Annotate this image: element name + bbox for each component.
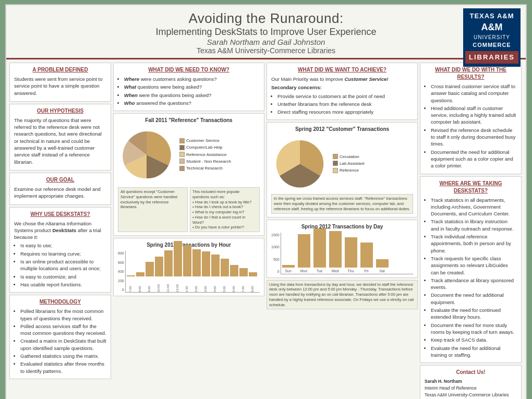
logo-am: A&M (465, 21, 518, 34)
spring2012-pie-section: Spring 2012 "Customer" Transactions Circ… (267, 122, 418, 217)
bar-item: 9:00 (146, 262, 154, 292)
methodology-item: Gathered statistics using the matrix. (20, 353, 106, 359)
bar-item: 3:00 (202, 251, 210, 292)
problem-text: Students were sent from service point to… (14, 76, 106, 96)
legend-color (333, 161, 338, 166)
spring2012-day-section: Spring 2012 Transactions by Day 1500 100… (267, 220, 418, 278)
hypothesis-text: The majority of questions that were refe… (14, 117, 106, 165)
contact-section: Contact Us! Sarah H. Northam Interim Hea… (420, 365, 522, 399)
results-item: Revised the reference desk schedule to s… (431, 127, 517, 148)
legend-item: Customer Service (179, 138, 231, 143)
contact-person1-name: Sarah H. Northam (425, 378, 517, 385)
methodology-item: Evaluated statistics after three months … (20, 360, 106, 374)
spring2012-day-chart: 1500 1000 500 0 Sun Mon Tue Wed Thu Fri … (271, 233, 413, 274)
legend-item: Technical Research (179, 165, 231, 171)
subtitle: Implementing DeskStats to Improve User E… (11, 27, 521, 38)
legend-color (179, 166, 185, 171)
bar (313, 228, 326, 268)
results-title: WHAT DID WE DO WITH THE RESULTS? (425, 66, 517, 81)
fall2011-legend: Customer Service Computer/Lab Help Refer… (179, 138, 231, 172)
where-taking-item: Document the need for additional equipme… (431, 292, 517, 306)
legend-label: Reference (340, 167, 359, 173)
fall2011-title: Fall 2011 "Reference" Transactions (118, 117, 260, 124)
fall2011-annotation-left: All questions except "Customer Service" … (118, 187, 188, 232)
legend-color (333, 154, 338, 159)
bar (221, 259, 229, 276)
what-know-item: When were the questions being asked? (124, 92, 260, 99)
logo-university: UNIVERSITY (465, 34, 518, 41)
fall2011-pie-chart (118, 126, 175, 184)
spring2012-annotation: In the spring we cross trained access se… (271, 194, 413, 213)
why-item: Is easy to use; (20, 242, 106, 249)
secondary-item: Untether librarians from the reference d… (277, 101, 413, 107)
where-taking-section: WHERE ARE WE TAKING DESKSTATS? Track sta… (420, 176, 522, 364)
methodology-title: METHODOLOGY (14, 298, 106, 306)
goal-title: OUR GOAL (14, 176, 106, 184)
results-list: Cross trained customer service staff to … (425, 83, 517, 170)
what-achieve-section: WHAT DID WE WANT TO ACHIEVE? Our Main Pr… (267, 63, 418, 120)
bar (345, 237, 357, 268)
y-axis-day: 1500 1000 500 0 (271, 233, 281, 274)
legend-label: Computer/Lab Help (186, 144, 222, 150)
contact-person1-title: Interim Head of Reference (425, 385, 517, 392)
contact-title: Contact Us! (425, 368, 517, 376)
where-taking-item: Track statistics in library instruction … (431, 218, 517, 232)
where-taking-item: Track requests for specific class assign… (431, 255, 517, 276)
bar-item: 4:00 (211, 255, 220, 292)
hypothesis-section: OUR HYPOTHESIS The majority of questions… (9, 104, 111, 171)
what-know-item: What questions were being asked? (124, 83, 260, 90)
bar (230, 265, 238, 276)
logo-libraries: LIBRARIES (465, 51, 518, 64)
problem-title: A PROBLEM DEFINED (14, 66, 106, 74)
what-know-section: WHAT DID WE NEED TO KNOW? Where were cus… (113, 63, 264, 111)
secondary-item: Direct staffing resources more appropria… (277, 108, 413, 115)
fall2011-annotations: All questions except "Customer Service" … (118, 186, 260, 232)
methodology-item: Polled librarians for the most common ty… (20, 308, 106, 322)
bar-chart-hour: 7:00 8:00 9:00 10:00 11:00 12:00 1:00 2:… (125, 251, 260, 293)
bar (146, 262, 154, 276)
bar-item: 11:00 (164, 250, 173, 292)
main-content: A PROBLEM DEFINED Students were sent fro… (6, 59, 526, 399)
legend-item: Computer/Lab Help (179, 144, 231, 150)
methodology-item: Created a matrix in DeskStats that built… (20, 337, 106, 352)
where-taking-item: Keep track of SACS data. (431, 336, 517, 343)
logo-commerce: COMMERCE (465, 41, 518, 49)
legend-label: Student - Non Research (186, 159, 231, 164)
legend-label: Technical Research (186, 165, 223, 171)
where-taking-item: Track individual reference appointments,… (431, 233, 517, 254)
bar (376, 259, 389, 268)
bar-chart-day: Sun Mon Tue Wed Thu Fri Sat (281, 233, 413, 274)
legend-item: Reference (333, 167, 365, 173)
bar-item: 10:00 (155, 257, 163, 292)
methodology-list: Polled librarians for the most common ty… (14, 308, 106, 374)
spring2012-day-title: Spring 2012 Transactions by Day (271, 223, 413, 231)
where-taking-list: Track statistics in all departments, inc… (425, 197, 517, 359)
bar-item: Fri (360, 243, 373, 274)
bar (282, 265, 295, 268)
methodology-item: Polled access services staff for the mos… (20, 323, 106, 337)
hypothesis-title: OUR HYPOTHESIS (14, 107, 106, 115)
bar (298, 234, 310, 268)
fall2011-pie-container: Customer Service Computer/Lab Help Refer… (118, 126, 260, 184)
bar-item: Wed (329, 231, 342, 274)
bar (360, 243, 373, 268)
why-intro: We chose the Altarama Information System… (14, 220, 106, 241)
what-know-list: Where were customers asking questions? W… (118, 76, 260, 106)
bar (249, 272, 257, 276)
where-taking-item: Track statistics in all departments, inc… (431, 197, 517, 217)
legend-item: Student - Non Research (179, 159, 231, 164)
results-item: Hired additional staff in customer servi… (431, 105, 517, 126)
bar-item: 8:00 (136, 272, 144, 292)
what-know-item: Where were customers asking questions? (124, 76, 260, 82)
bar (164, 250, 173, 276)
spring2012-legend: Circulation Lab Assistant Reference (333, 154, 365, 175)
bar-item: 7:00 (239, 268, 248, 292)
spring2012-hour-chart: 800 600 400 200 0 7:00 8:00 9:00 10:00 1… (118, 251, 260, 293)
bar-item: Sat (376, 259, 389, 274)
why-item: Has usable report functions. (20, 281, 106, 288)
why-item: Is an online product accessible to multi… (20, 258, 106, 272)
results-section: WHAT DID WE DO WITH THE RESULTS? Cross t… (420, 63, 522, 174)
column-1: A PROBLEM DEFINED Students were sent fro… (9, 63, 111, 399)
fall2011-annotation-right: This included more popular questions suc… (190, 187, 260, 232)
legend-color (333, 168, 338, 173)
